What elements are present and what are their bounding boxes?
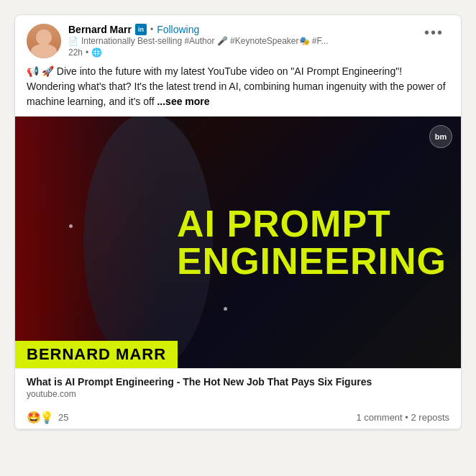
doc-icon: 📄 [68,37,78,46]
avatar[interactable] [27,24,61,58]
video-link-section[interactable]: What is AI Prompt Engineering - The Hot … [15,368,461,406]
comment-count[interactable]: 1 comment [356,412,402,423]
author-name[interactable]: Bernard Marr [68,24,132,35]
author-section: Bernard Marr in • Following 📄 Internatio… [27,24,329,58]
post-time: 22h [68,47,83,58]
following-button[interactable]: Following [157,24,199,35]
post-card: Bernard Marr in • Following 📄 Internatio… [14,14,462,430]
reaction-emoji-2: 💡 [40,411,54,424]
author-subtitle: 📄 Internationally Best-selling #Author 🎤… [68,36,329,46]
more-options-button[interactable]: ••• [418,22,449,42]
dot-separator: • [150,24,153,35]
author-name-row: Bernard Marr in • Following [68,24,329,35]
author-info: Bernard Marr in • Following 📄 Internatio… [68,24,329,58]
ai-text-block: AI PROMPT ENGINEERING [177,205,447,280]
time-row: 22h • 🌐 [68,47,329,58]
ai-title-line2: ENGINEERING [177,242,447,280]
ai-title-line1: AI PROMPT [177,205,447,242]
post-body-text: 📢 🚀 Dive into the future with my latest … [27,65,446,107]
video-source: youtube.com [27,389,449,399]
video-title[interactable]: What is AI Prompt Engineering - The Hot … [27,376,449,388]
post-header: Bernard Marr in • Following 📄 Internatio… [15,15,461,64]
video-thumbnail[interactable]: AI PROMPT ENGINEERING bm BERNARD MARR [15,116,461,368]
name-banner: BERNARD MARR [15,341,178,368]
reaction-icons: 🤩 💡 [27,411,52,424]
post-body: 📢 🚀 Dive into the future with my latest … [15,64,461,116]
stats-separator: • [405,412,411,423]
time-dot: • [86,47,88,58]
thumbnail-background: AI PROMPT ENGINEERING bm BERNARD MARR [15,116,461,368]
globe-icon: 🌐 [91,47,102,58]
post-stats: 🤩 💡 25 1 comment • 2 reposts [15,406,461,429]
reaction-emoji-1: 🤩 [27,411,41,424]
see-more-button[interactable]: ...see more [157,96,209,107]
bm-logo: bm [429,125,452,148]
dot-decoration-1 [69,224,73,228]
dot-decoration-2 [224,307,227,311]
linkedin-badge: in [135,24,147,35]
reactions[interactable]: 🤩 💡 25 [27,411,68,424]
reaction-count: 25 [58,412,68,423]
author-subtitle-text: Internationally Best-selling #Author 🎤 #… [81,36,329,46]
engagement-stats: 1 comment • 2 reposts [356,412,449,423]
repost-count[interactable]: 2 reposts [411,412,449,423]
